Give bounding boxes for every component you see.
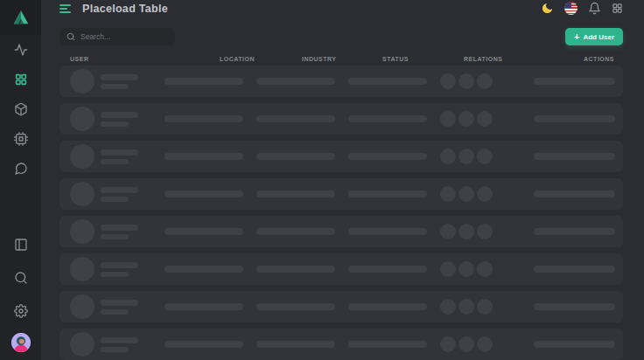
- subtext-placeholder: [101, 197, 129, 202]
- language-selector[interactable]: [564, 2, 578, 15]
- relation-dot-placeholder: [477, 73, 493, 89]
- location-placeholder: [164, 78, 243, 85]
- subtext-placeholder: [101, 309, 129, 315]
- actions-placeholder: [534, 266, 615, 273]
- name-placeholder: [101, 337, 138, 343]
- industry-placeholder: [256, 115, 335, 122]
- triangle-logo-icon: [11, 8, 31, 27]
- column-header-industry: INDUSTRY: [302, 56, 337, 62]
- apps-menu-button[interactable]: [612, 3, 623, 14]
- table-toolbar: + Add User: [60, 28, 623, 45]
- relation-dot-placeholder: [440, 261, 456, 277]
- search-icon: [66, 32, 75, 41]
- column-header-relations: RELATIONS: [464, 56, 502, 62]
- sidebar-bottom: [0, 228, 41, 360]
- industry-placeholder: [256, 266, 335, 273]
- table-row-placeholder: [60, 216, 623, 247]
- column-header-location: LOCATION: [220, 56, 255, 62]
- relation-dot-placeholder: [458, 224, 474, 239]
- panel-icon: [14, 238, 28, 252]
- industry-placeholder: [256, 190, 335, 197]
- relation-dot-placeholder: [440, 149, 456, 164]
- relation-dot-placeholder: [477, 111, 493, 127]
- table-row-placeholder: [60, 66, 623, 97]
- subtext-placeholder: [101, 159, 129, 164]
- relation-dot-placeholder: [440, 111, 456, 127]
- status-placeholder: [348, 303, 427, 310]
- menu-toggle-icon[interactable]: [60, 4, 72, 13]
- status-placeholder: [348, 115, 427, 122]
- plus-icon: +: [574, 32, 579, 42]
- relations-placeholder-group: [440, 73, 493, 89]
- name-placeholder: [101, 149, 138, 156]
- sidebar-item-packages[interactable]: [0, 94, 41, 124]
- status-placeholder: [348, 78, 427, 85]
- name-placeholder: [101, 300, 138, 306]
- avatar-placeholder: [70, 219, 94, 244]
- dashboard-grid-icon: [14, 73, 28, 87]
- dark-mode-toggle[interactable]: [541, 2, 554, 15]
- relation-dot-placeholder: [477, 149, 493, 164]
- table-body: [60, 66, 623, 360]
- search-box[interactable]: [60, 28, 175, 45]
- sidebar: [0, 0, 41, 360]
- industry-placeholder: [256, 341, 335, 348]
- sidebar-item-settings[interactable]: [0, 294, 41, 328]
- search-icon: [14, 271, 28, 285]
- industry-placeholder: [256, 78, 335, 85]
- sidebar-item-activity[interactable]: [0, 35, 41, 65]
- actions-placeholder: [534, 341, 615, 348]
- name-placeholder: [101, 187, 138, 193]
- industry-placeholder: [256, 153, 335, 160]
- sidebar-item-dashboard[interactable]: [0, 65, 41, 94]
- relations-placeholder-group: [440, 111, 493, 127]
- chat-bubble-icon: [14, 162, 28, 176]
- app-logo[interactable]: [0, 0, 41, 35]
- sidebar-item-search[interactable]: [0, 261, 41, 294]
- sidebar-item-panels[interactable]: [0, 228, 41, 261]
- actions-placeholder: [534, 228, 615, 235]
- column-header-user: USER: [70, 56, 88, 62]
- name-placeholder: [101, 112, 138, 118]
- location-placeholder: [164, 266, 243, 273]
- status-placeholder: [348, 153, 427, 160]
- table-row-placeholder: [60, 178, 623, 210]
- subtext-placeholder: [101, 272, 129, 277]
- actions-placeholder: [534, 115, 615, 122]
- relation-dot-placeholder: [458, 299, 474, 315]
- name-placeholder: [101, 262, 138, 268]
- relation-dot-placeholder: [477, 299, 493, 315]
- sidebar-item-components[interactable]: [0, 124, 41, 154]
- relations-placeholder-group: [440, 224, 493, 239]
- notifications-button[interactable]: [588, 2, 601, 15]
- location-placeholder: [164, 303, 243, 310]
- location-placeholder: [164, 153, 243, 160]
- relation-dot-placeholder: [440, 186, 456, 202]
- search-input[interactable]: [80, 32, 168, 41]
- sidebar-item-messages[interactable]: [0, 154, 41, 183]
- actions-placeholder: [534, 78, 615, 85]
- status-placeholder: [348, 190, 427, 197]
- activity-icon: [14, 43, 28, 57]
- user-avatar[interactable]: [11, 333, 31, 352]
- relation-dot-placeholder: [477, 224, 493, 239]
- avatar-placeholder: [70, 69, 94, 93]
- location-placeholder: [164, 228, 243, 235]
- settings-gear-icon: [14, 304, 28, 318]
- status-placeholder: [348, 266, 427, 273]
- relation-dot-placeholder: [440, 224, 456, 239]
- subtext-placeholder: [101, 84, 129, 89]
- add-user-button[interactable]: + Add User: [565, 28, 623, 45]
- top-bar: Placeload Table: [60, 0, 623, 17]
- table-row-placeholder: [60, 291, 623, 322]
- avatar-placeholder: [70, 332, 94, 357]
- topbar-actions: [541, 2, 623, 15]
- cpu-icon: [14, 132, 28, 146]
- avatar-placeholder: [70, 257, 94, 281]
- relation-dot-placeholder: [440, 336, 456, 352]
- table-row-placeholder: [60, 141, 623, 172]
- relation-dot-placeholder: [440, 73, 456, 89]
- industry-placeholder: [256, 228, 335, 235]
- status-placeholder: [348, 228, 427, 235]
- actions-placeholder: [534, 190, 615, 197]
